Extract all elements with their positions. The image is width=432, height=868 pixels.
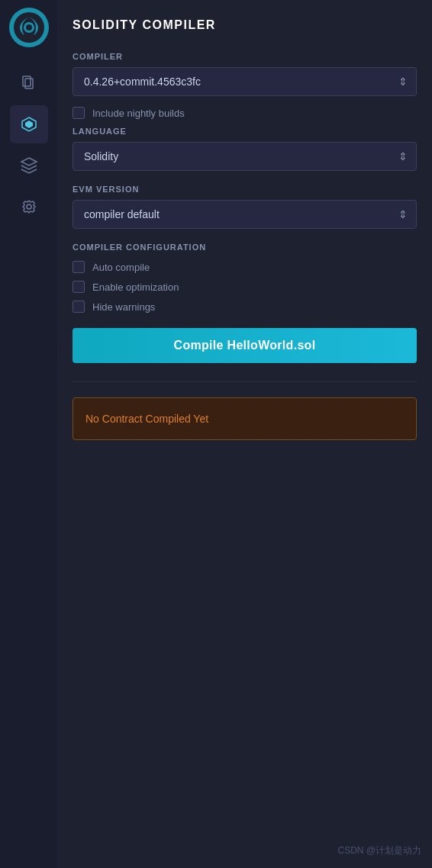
compiler-version-select[interactable]: 0.4.26+commit.4563c3fc 0.5.17+commit.d19… bbox=[73, 67, 417, 96]
evm-section: EVM VERSION compiler default berlin ista… bbox=[73, 185, 417, 229]
nightly-builds-checkbox[interactable] bbox=[73, 107, 85, 119]
watermark: CSDN @计划是动力 bbox=[337, 844, 421, 857]
enable-optimization-label: Enable optimization bbox=[92, 281, 179, 293]
section-divider bbox=[73, 381, 417, 382]
config-section: COMPILER CONFIGURATION Auto compile Enab… bbox=[73, 243, 417, 313]
no-contract-message: No Contract Compiled Yet bbox=[85, 413, 208, 425]
auto-compile-checkbox[interactable] bbox=[73, 261, 85, 273]
evm-label: EVM VERSION bbox=[73, 185, 417, 194]
svg-marker-7 bbox=[25, 121, 33, 128]
language-section: LANGUAGE Solidity Vyper Yul ⇕ bbox=[73, 127, 417, 171]
hide-warnings-row[interactable]: Hide warnings bbox=[73, 301, 417, 313]
hide-warnings-label: Hide warnings bbox=[92, 301, 155, 313]
sidebar-item-settings[interactable] bbox=[10, 188, 48, 226]
compiler-version-wrapper: 0.4.26+commit.4563c3fc 0.5.17+commit.d19… bbox=[73, 67, 417, 96]
language-select[interactable]: Solidity Vyper Yul bbox=[73, 142, 417, 171]
sidebar-item-deploy[interactable] bbox=[10, 146, 48, 185]
enable-optimization-checkbox[interactable] bbox=[73, 281, 85, 293]
sidebar-item-files[interactable] bbox=[10, 64, 48, 102]
evm-wrapper: compiler default berlin istanbul byzanti… bbox=[73, 200, 417, 229]
language-label: LANGUAGE bbox=[73, 127, 417, 136]
sidebar-item-compiler[interactable] bbox=[10, 105, 48, 143]
app-logo bbox=[9, 8, 49, 47]
no-contract-box: No Contract Compiled Yet bbox=[73, 397, 417, 440]
nightly-builds-label: Include nightly builds bbox=[92, 108, 185, 119]
auto-compile-label: Auto compile bbox=[92, 262, 150, 273]
hide-warnings-checkbox[interactable] bbox=[73, 301, 85, 313]
config-label: COMPILER CONFIGURATION bbox=[73, 243, 417, 252]
compiler-label: COMPILER bbox=[73, 52, 417, 61]
auto-compile-row[interactable]: Auto compile bbox=[73, 261, 417, 273]
page-title: SOLIDITY COMPILER bbox=[73, 18, 417, 32]
svg-rect-5 bbox=[25, 79, 33, 88]
evm-select[interactable]: compiler default berlin istanbul byzanti… bbox=[73, 200, 417, 229]
main-content: SOLIDITY COMPILER COMPILER 0.4.26+commit… bbox=[57, 0, 432, 868]
svg-rect-4 bbox=[23, 76, 31, 86]
language-wrapper: Solidity Vyper Yul ⇕ bbox=[73, 142, 417, 171]
compile-button[interactable]: Compile HelloWorld.sol bbox=[73, 328, 417, 363]
svg-point-8 bbox=[27, 204, 31, 209]
sidebar bbox=[0, 0, 57, 868]
enable-optimization-row[interactable]: Enable optimization bbox=[73, 281, 417, 293]
nightly-builds-row[interactable]: Include nightly builds bbox=[73, 107, 417, 119]
svg-point-3 bbox=[26, 24, 32, 31]
